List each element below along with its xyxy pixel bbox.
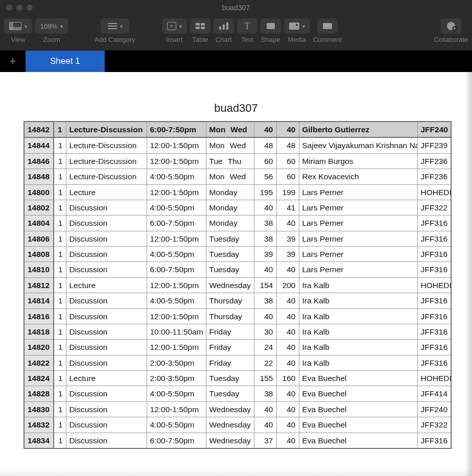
table-row[interactable]: 148081Discussion4:00-5:50pmTuesday3939La… xyxy=(24,247,451,262)
cell-room[interactable]: HOHEDI xyxy=(417,371,451,386)
cell-type[interactable]: Discussion xyxy=(66,417,147,433)
cell-days[interactable]: Wednesday xyxy=(206,417,254,433)
fullscreen-icon[interactable] xyxy=(27,5,33,11)
cell-instructor[interactable]: Eva Buechel xyxy=(299,371,417,386)
cell-sec[interactable]: 1 xyxy=(54,417,66,433)
cell-id[interactable]: 14818 xyxy=(24,324,54,339)
cell-time[interactable]: 4:00-5:50pm xyxy=(147,200,206,215)
cell-days[interactable]: Tuesday xyxy=(206,262,254,277)
cell-time[interactable]: 12:00-1:50pm xyxy=(147,137,206,153)
cell-time[interactable]: 12:00-1:50pm xyxy=(147,340,206,355)
cell-id[interactable]: 14822 xyxy=(24,355,54,370)
cell-time[interactable]: 4:00-5:50pm xyxy=(147,417,206,433)
cell-sec[interactable]: 1 xyxy=(54,153,66,169)
hdr-id[interactable]: 14842 xyxy=(24,122,54,137)
table-row[interactable]: 148181Discussion10:00-11:50amFriday3040I… xyxy=(24,324,451,339)
cell-n1[interactable]: 38 xyxy=(254,293,276,308)
cell-time[interactable]: 2:00-3:50pm xyxy=(147,371,206,386)
cell-room[interactable]: JFF239 xyxy=(417,137,451,153)
cell-sec[interactable]: 1 xyxy=(54,200,66,215)
cell-days[interactable]: Wednesday xyxy=(206,433,254,448)
cell-sec[interactable]: 1 xyxy=(54,169,66,184)
cell-time[interactable]: 6:00-7:50pm xyxy=(147,433,206,448)
table-row[interactable]: 148001Lecture12:00-1:50pmMonday195199Lar… xyxy=(24,184,451,200)
cell-type[interactable]: Discussion xyxy=(66,247,147,262)
cell-instructor[interactable]: Eva Buechel xyxy=(299,401,417,417)
insert-button[interactable]: + ▾ xyxy=(162,18,187,34)
cell-n1[interactable]: 24 xyxy=(254,340,276,355)
minimize-icon[interactable] xyxy=(16,5,22,11)
cell-room[interactable]: JFF240 xyxy=(417,401,451,417)
cell-n2[interactable]: 60 xyxy=(276,153,299,169)
table-button[interactable] xyxy=(190,18,210,34)
cell-days[interactable]: Wednesday xyxy=(206,277,254,293)
hdr-sec[interactable]: 1 xyxy=(54,122,66,137)
close-icon[interactable] xyxy=(6,5,12,11)
cell-sec[interactable]: 1 xyxy=(54,401,66,417)
cell-n2[interactable]: 40 xyxy=(276,417,299,433)
cell-n2[interactable]: 40 xyxy=(276,308,299,324)
cell-n1[interactable]: 195 xyxy=(254,184,276,200)
table-row[interactable]: 148301Discussion12:00-1:50pmWednesday404… xyxy=(24,401,451,417)
table-row[interactable]: 148281Discussion4:00-5:50pmTuesday3840Ev… xyxy=(24,386,451,401)
cell-n1[interactable]: 154 xyxy=(254,277,276,293)
cell-days[interactable]: MonWed xyxy=(206,137,254,153)
cell-instructor[interactable]: Ira Kalb xyxy=(299,355,417,370)
zoom-button[interactable]: 109% ▾ xyxy=(35,18,68,34)
cell-type[interactable]: Discussion xyxy=(66,401,147,417)
cell-time[interactable]: 10:00-11:50am xyxy=(147,324,206,339)
cell-time[interactable]: 12:00-1:50pm xyxy=(147,308,206,324)
cell-instructor[interactable]: Miriam Burgos xyxy=(299,153,417,169)
cell-time[interactable]: 4:00-5:50pm xyxy=(147,293,206,308)
cell-sec[interactable]: 1 xyxy=(54,340,66,355)
cell-time[interactable]: 12:00-1:50pm xyxy=(147,277,206,293)
cell-days[interactable]: Monday xyxy=(206,184,254,200)
cell-type[interactable]: Lecture xyxy=(66,371,147,386)
table-row[interactable]: 148441Lecture-Discussion12:00-1:50pmMonW… xyxy=(24,137,451,153)
cell-days[interactable]: Tuesday xyxy=(206,231,254,246)
view-button[interactable]: ▾ xyxy=(4,18,32,34)
cell-n1[interactable]: 56 xyxy=(254,169,276,184)
cell-days[interactable]: MonWed xyxy=(206,169,254,184)
cell-room[interactable]: JFF316 xyxy=(417,433,451,448)
cell-type[interactable]: Discussion xyxy=(66,293,147,308)
table-row[interactable]: 148021Discussion4:00-5:50pmMonday4041Lar… xyxy=(24,200,451,215)
cell-type[interactable]: Lecture-Discussion xyxy=(66,169,147,184)
cell-type[interactable]: Lecture xyxy=(66,277,147,293)
cell-n1[interactable]: 38 xyxy=(254,216,276,231)
cell-time[interactable]: 6:00-7:50pm xyxy=(147,216,206,231)
sheet-canvas[interactable]: buad307 14842 1 Lecture-Discussion 6:00-… xyxy=(0,72,472,476)
table-header-row[interactable]: 14842 1 Lecture-Discussion 6:00-7:50pm M… xyxy=(24,122,451,137)
cell-room[interactable]: HOHEDI xyxy=(417,277,451,293)
cell-type[interactable]: Discussion xyxy=(66,200,147,215)
cell-n2[interactable]: 39 xyxy=(276,247,299,262)
cell-id[interactable]: 14830 xyxy=(24,401,54,417)
cell-room[interactable]: JFF414 xyxy=(417,386,451,401)
cell-n2[interactable]: 40 xyxy=(276,433,299,448)
hdr-n1[interactable]: 40 xyxy=(254,122,276,137)
cell-time[interactable]: 12:00-1:50pm xyxy=(147,401,206,417)
table-row[interactable]: 148101Discussion6:00-7:50pmTuesday4040La… xyxy=(24,262,451,277)
hdr-n2[interactable]: 40 xyxy=(276,122,299,137)
cell-room[interactable]: HOHEDI xyxy=(417,184,451,200)
table-row[interactable]: 148121Lecture12:00-1:50pmWednesday154200… xyxy=(24,277,451,293)
cell-n1[interactable]: 40 xyxy=(254,401,276,417)
shape-button[interactable] xyxy=(261,18,281,34)
cell-days[interactable]: Tuesday xyxy=(206,247,254,262)
hdr-time[interactable]: 6:00-7:50pm xyxy=(147,122,206,137)
cell-instructor[interactable]: Eva Buechel xyxy=(299,433,417,448)
cell-instructor[interactable]: Ira Kalb xyxy=(299,277,417,293)
cell-instructor[interactable]: Lars Perner xyxy=(299,216,417,231)
cell-room[interactable]: JFF316 xyxy=(417,340,451,355)
cell-days[interactable]: Monday xyxy=(206,216,254,231)
cell-days[interactable]: Friday xyxy=(206,355,254,370)
cell-room[interactable]: JFF316 xyxy=(417,324,451,339)
cell-days[interactable]: Thursday xyxy=(206,308,254,324)
cell-n2[interactable]: 40 xyxy=(276,386,299,401)
cell-room[interactable]: JFF316 xyxy=(417,247,451,262)
cell-room[interactable]: JFF236 xyxy=(417,153,451,169)
cell-type[interactable]: Lecture xyxy=(66,184,147,200)
cell-id[interactable]: 14800 xyxy=(24,184,54,200)
cell-time[interactable]: 12:00-1:50pm xyxy=(147,184,206,200)
cell-id[interactable]: 14846 xyxy=(24,153,54,169)
